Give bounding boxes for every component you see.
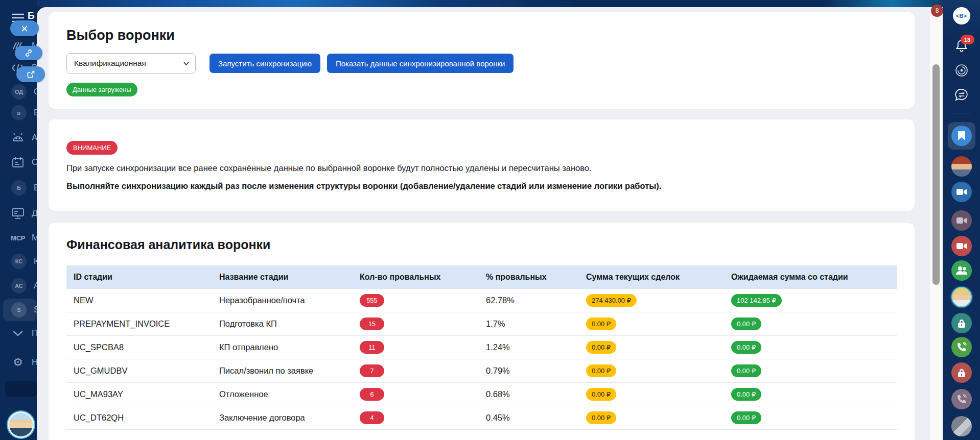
sidebar-item-14[interactable]: ⚙ Н xyxy=(0,352,37,373)
failed-percent: 0.79% xyxy=(479,366,579,376)
sidebar-item-7[interactable]: Б Б xyxy=(0,178,37,198)
col-header-stage-name: Название стадии xyxy=(212,273,353,282)
notification-count-badge: 13 xyxy=(961,35,974,44)
users-icon xyxy=(955,266,968,275)
sidebar-item-5[interactable]: А xyxy=(0,128,37,148)
open-in-new-window-button[interactable] xyxy=(16,66,45,82)
funnel-select-value: Квалификационная xyxy=(74,59,146,68)
sidebar-item-6[interactable]: О xyxy=(0,152,37,173)
bitrix-logo[interactable]: <B> xyxy=(953,7,970,25)
sidebar-item-12-selected[interactable]: S S xyxy=(0,300,37,320)
avatar-contact-2[interactable] xyxy=(951,287,972,307)
group-chat-button[interactable] xyxy=(951,260,972,281)
private-chat-button-2[interactable] xyxy=(951,362,972,383)
expected-sum-badge: 0.00 ₽ xyxy=(731,364,761,377)
run-sync-button[interactable]: Запустить синхронизацию xyxy=(209,54,320,73)
failed-count-badge: 4 xyxy=(360,411,384,424)
col-header-failed-count: Кол-во провальных xyxy=(353,273,479,282)
close-icon xyxy=(21,25,28,32)
current-sum-badge: 0.00 ₽ xyxy=(586,411,616,424)
attention-badge: ВНИМАНИЕ xyxy=(66,141,118,155)
current-sum-badge: 0.00 ₽ xyxy=(586,364,616,377)
col-header-failed-percent: % провальных xyxy=(479,273,579,282)
failed-count-badge: 555 xyxy=(360,294,384,307)
lock-icon xyxy=(958,319,966,328)
sidebar-item-10[interactable]: КС К xyxy=(0,251,37,272)
sidebar-item-13[interactable]: П xyxy=(0,323,37,344)
avatar-contact-1[interactable] xyxy=(951,156,972,177)
warning-card: ВНИМАНИЕ При запуске синхронизации все р… xyxy=(49,119,915,211)
video-call-button-3[interactable] xyxy=(951,236,972,256)
stage-name: Подготовка КП xyxy=(212,319,353,329)
gear-icon: ⚙ xyxy=(11,356,25,369)
financial-analytics-card: Финансовая аналитика воронки ID стадии Н… xyxy=(49,223,915,440)
video-call-button-2[interactable] xyxy=(951,210,972,231)
expected-sum-badge: 0.00 ₽ xyxy=(731,317,761,330)
failed-percent: 0.68% xyxy=(479,389,579,399)
col-header-current-sum: Сумма текущих сделок xyxy=(579,273,724,282)
page-title: Выбор воронки xyxy=(66,12,897,43)
table-row: UC_SPCBA8 КП отправлено 11 1.24% 0.00 ₽ … xyxy=(66,336,897,359)
sidebar-item-8[interactable]: Д xyxy=(0,203,37,224)
data-loaded-badge: Данные загружены xyxy=(66,83,137,96)
current-sum-badge: 0.00 ₽ xyxy=(586,388,616,401)
mcp-icon: MCP xyxy=(11,234,25,242)
table-row: UC_MA93AY Отложенное 6 0.68% 0.00 ₽ 0.00… xyxy=(66,383,897,406)
copy-link-button[interactable] xyxy=(15,46,42,60)
stage-id: NEW xyxy=(66,296,212,305)
scrollbar-thumb[interactable] xyxy=(932,64,940,285)
stage-name: Писал/звонил по заявке xyxy=(212,366,353,376)
expected-sum-badge: 0.00 ₽ xyxy=(731,341,761,354)
failed-count-badge: 6 xyxy=(360,388,384,401)
expected-sum-badge: 0.00 ₽ xyxy=(731,411,761,424)
chat-transfer-button[interactable] xyxy=(953,87,970,103)
rail-divider xyxy=(952,113,971,113)
avatar-group-chat[interactable] xyxy=(951,416,972,436)
analytics-title: Финансовая аналитика воронки xyxy=(66,223,897,252)
private-chat-button-1[interactable] xyxy=(951,313,972,333)
sidebar-item-11[interactable]: АС А xyxy=(0,276,37,296)
call-button-2[interactable] xyxy=(951,389,972,409)
warning-text: При запуске синхронизации все ранее сохр… xyxy=(66,163,897,173)
col-header-expected-sum: Ожидаемая сумма со стадии xyxy=(724,273,897,282)
stage-name: КП отправлено xyxy=(212,343,353,352)
failed-count-badge: 11 xyxy=(360,341,384,354)
current-sum-badge: 0.00 ₽ xyxy=(586,317,616,330)
table-header-row: ID стадии Название стадии Кол-во проваль… xyxy=(66,265,897,289)
copilot-button[interactable] xyxy=(953,62,970,79)
col-header-stage-id: ID стадии xyxy=(66,273,212,282)
video-call-button-1[interactable] xyxy=(951,182,972,202)
failed-percent: 0.45% xyxy=(479,413,579,423)
phone-icon xyxy=(956,342,967,352)
app-logo-letter: Б xyxy=(28,10,35,21)
funnel-select[interactable]: Квалификационная xyxy=(66,53,196,74)
failed-count-badge: 15 xyxy=(360,317,384,330)
video-camera-icon xyxy=(956,217,967,224)
stage-id: UC_GMUDBV xyxy=(66,366,212,376)
sidebar-item-4[interactable]: в В xyxy=(0,103,37,123)
sidebar-item-3[interactable]: ОД О xyxy=(0,82,37,102)
notification-count-badge-partial: 8 xyxy=(931,5,943,17)
table-row: UC_DT62QH Заключение договора 4 0.45% 0.… xyxy=(66,406,897,430)
chevron-down-icon xyxy=(11,330,25,336)
show-synced-data-button[interactable]: Показать данные синхронизированной ворон… xyxy=(327,54,514,73)
sidebar-item-9[interactable]: MCP М xyxy=(0,228,37,248)
bookmark-tab-selected[interactable] xyxy=(948,122,975,150)
sidebar-dark-button[interactable] xyxy=(5,381,37,397)
table-row: NEW Неразобранное/почта 555 62.78% 274 4… xyxy=(66,289,897,312)
failed-percent: 1.7% xyxy=(479,319,579,329)
warning-bold-text: Выполняйте синхронизацию каждый раз посл… xyxy=(66,181,897,191)
analytics-table: ID стадии Название стадии Кол-во проваль… xyxy=(66,265,897,430)
failed-percent: 1.24% xyxy=(479,343,579,352)
stage-name: Заключение договора xyxy=(212,413,353,423)
user-avatar[interactable] xyxy=(8,411,34,438)
stage-id: UC_SPCBA8 xyxy=(66,343,212,352)
call-button-1[interactable] xyxy=(951,337,972,357)
calendar-icon xyxy=(11,157,25,168)
notifications-button[interactable]: 13 xyxy=(954,38,969,54)
stage-name: Отложенное xyxy=(212,389,353,399)
close-slider-button[interactable] xyxy=(10,20,39,36)
table-row: UC_GMUDBV Писал/звонил по заявке 7 0.79%… xyxy=(66,359,897,383)
stage-id: UC_MA93AY xyxy=(66,389,212,399)
scrollbar-track[interactable] xyxy=(930,7,943,440)
